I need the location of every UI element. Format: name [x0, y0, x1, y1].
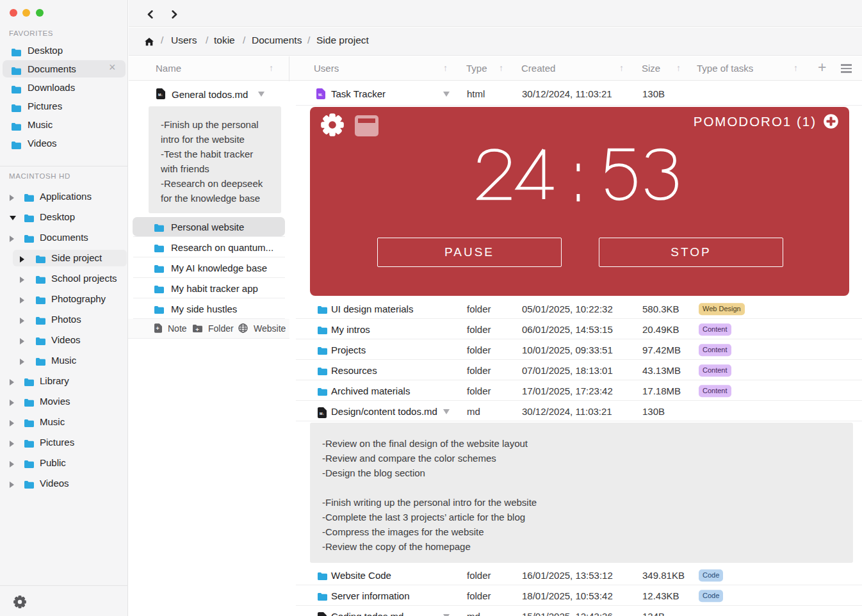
svg-text:+: + — [195, 326, 199, 332]
svg-text:w.: w. — [318, 92, 323, 97]
svg-text:+: + — [156, 325, 159, 332]
svg-text:M↓: M↓ — [158, 93, 163, 97]
svg-text:M↓: M↓ — [320, 412, 324, 416]
